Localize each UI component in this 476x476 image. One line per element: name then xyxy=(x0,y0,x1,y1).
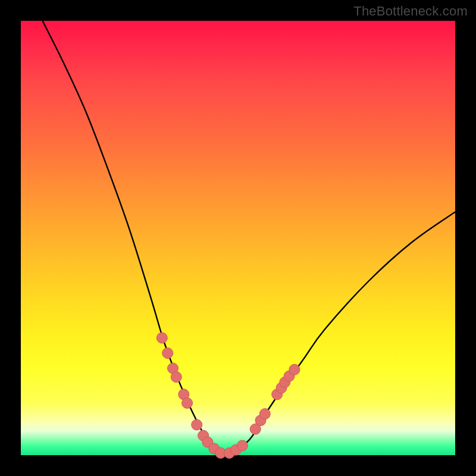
data-marker xyxy=(182,397,193,408)
bottleneck-curve xyxy=(21,21,455,455)
curve-path xyxy=(43,21,456,455)
data-marker xyxy=(162,348,173,359)
plot-area xyxy=(21,21,455,455)
data-marker xyxy=(289,364,300,375)
data-marker xyxy=(237,440,248,451)
data-marker xyxy=(171,372,181,383)
data-marker xyxy=(192,419,202,430)
chart-frame: TheBottleneck.com xyxy=(0,0,476,476)
marker-group xyxy=(156,333,300,459)
data-marker xyxy=(156,333,167,343)
watermark-text: TheBottleneck.com xyxy=(353,4,468,19)
data-marker xyxy=(259,409,270,419)
